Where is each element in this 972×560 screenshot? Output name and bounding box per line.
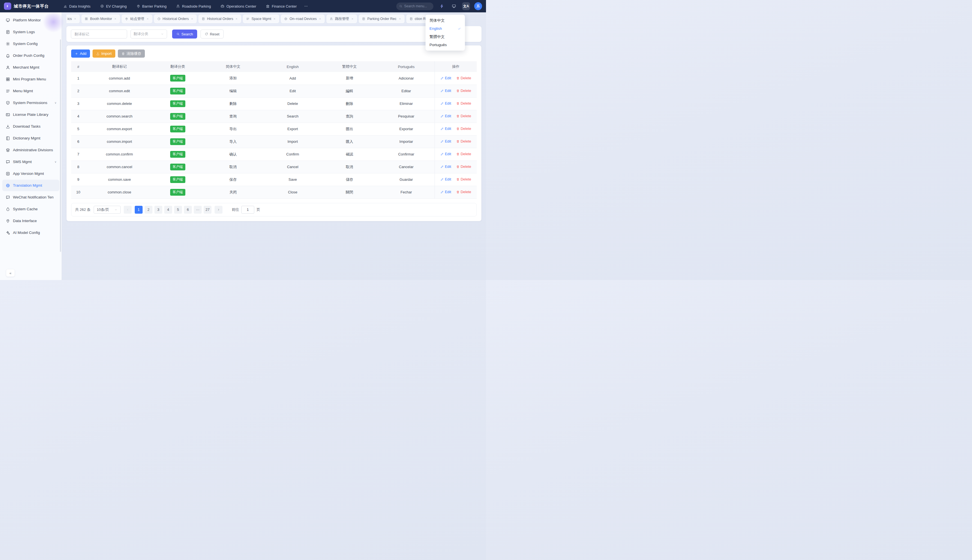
tab-close-icon[interactable] [319, 17, 321, 20]
delete-button[interactable]: Delete [456, 152, 471, 156]
page-tab[interactable]: On–road Devices [281, 15, 324, 23]
sidebar-item[interactable]: AI Model Config [2, 227, 59, 238]
page-button[interactable]: 27 [204, 206, 212, 214]
translate-icon[interactable]: 文A [462, 2, 470, 10]
topbar-menu-item[interactable]: Roadside Parking [176, 4, 211, 8]
page-button[interactable]: 3 [154, 206, 162, 214]
sidebar-item[interactable]: Data Interface [2, 215, 59, 227]
delete-button[interactable]: Delete [456, 190, 471, 194]
translation-key-input[interactable] [71, 30, 127, 38]
topbar-menu-item[interactable]: Finance Center [266, 4, 297, 8]
tab-close-icon[interactable] [399, 17, 401, 20]
page-button[interactable]: 4 [164, 206, 172, 214]
delete-button[interactable]: Delete [456, 165, 471, 169]
edit-button[interactable]: Edit [441, 177, 451, 181]
cell-key: common.delete [85, 97, 153, 110]
sidebar-item[interactable]: Translation Mgmt [2, 180, 59, 191]
wechat-notification-icon [6, 195, 10, 200]
delete-button[interactable]: Delete [456, 177, 471, 181]
page-button[interactable]: ··· [194, 206, 202, 214]
edit-button[interactable]: Edit [441, 101, 451, 105]
sidebar-item[interactable]: Dictionary Mgmt [2, 132, 59, 144]
sidebar-item[interactable]: WeChat Notification Ten [2, 192, 59, 203]
sidebar-item[interactable]: Menu Mgmt [2, 85, 59, 97]
page-button[interactable]: 2 [145, 206, 152, 214]
add-button[interactable]: Add [71, 50, 90, 58]
topbar-menu-item[interactable]: EV Charging [100, 4, 127, 8]
edit-button[interactable]: Edit [441, 152, 451, 156]
edit-button[interactable]: Edit [441, 88, 451, 93]
clear-cache-button[interactable]: 清除缓存 [118, 50, 145, 58]
tab-close-icon[interactable] [351, 17, 354, 20]
search-button[interactable]: Search [172, 30, 197, 38]
delete-button[interactable]: Delete [456, 76, 471, 80]
edit-button[interactable]: Edit [441, 127, 451, 131]
delete-button[interactable]: Delete [456, 114, 471, 118]
tab-close-icon[interactable] [191, 17, 194, 20]
tab-close-icon[interactable] [73, 17, 77, 20]
page-button[interactable]: 6 [184, 206, 192, 214]
delete-button[interactable]: Delete [456, 101, 471, 105]
sidebar-scrollbar[interactable] [60, 39, 61, 252]
delete-button[interactable]: Delete [456, 127, 471, 131]
language-option[interactable]: 简体中文 [426, 16, 465, 25]
sidebar-item[interactable]: Platform Monitor [2, 14, 59, 26]
language-option[interactable]: English [426, 25, 465, 33]
sidebar-item[interactable]: System Cache [2, 203, 59, 215]
edit-button[interactable]: Edit [441, 76, 451, 80]
next-page-button[interactable] [215, 206, 222, 214]
edit-button[interactable]: Edit [441, 190, 451, 194]
edit-button[interactable]: Edit [441, 165, 451, 169]
sidebar-item[interactable]: App Version Mgmt [2, 168, 59, 179]
sidebar-collapse-button[interactable]: « [6, 269, 15, 277]
topbar-menu-item[interactable]: Barrier Parking [136, 4, 167, 8]
sidebar-item[interactable]: Mini Program Menu [2, 73, 59, 85]
delete-button[interactable]: Delete [456, 139, 471, 143]
page-tab[interactable]: Historical Orders [154, 15, 197, 23]
sidebar-item[interactable]: Merchant Mgmt [2, 62, 59, 73]
page-tab[interactable]: ics [66, 15, 80, 23]
page-tab[interactable]: Parking Order Rec [359, 15, 404, 23]
language-option[interactable]: 繁體中文 [426, 33, 465, 41]
language-option[interactable]: Português [426, 41, 465, 49]
page-tab[interactable]: Space Mgmt [243, 15, 279, 23]
translation-category-select[interactable]: 翻译分类 [130, 30, 167, 38]
sidebar-item[interactable]: License Plate Library [2, 109, 59, 120]
sidebar-item[interactable]: Download Tasks [2, 121, 59, 132]
sidebar-item-label: Merchant Mgmt [13, 65, 39, 70]
edit-button[interactable]: Edit [441, 139, 451, 143]
pencil-icon [441, 102, 444, 105]
import-button[interactable]: Import [92, 50, 115, 58]
more-menus-button[interactable] [304, 4, 308, 8]
tab-close-icon[interactable] [235, 17, 238, 20]
goto-page-input[interactable] [241, 206, 254, 214]
sidebar-item[interactable]: System Permissions ∨ [2, 97, 59, 108]
sidebar-item[interactable]: Administrative Divisions [2, 144, 59, 156]
sidebar-item[interactable]: System Config [2, 38, 59, 50]
page-tab[interactable]: Booth Monitor [82, 15, 120, 23]
topbar-menu-item[interactable]: Operations Center [220, 4, 256, 8]
search-icon [176, 32, 180, 36]
page-tab[interactable]: 站点管理 [122, 15, 152, 23]
page-tab[interactable]: Historical Orders [199, 15, 241, 23]
page-button[interactable]: 5 [174, 206, 182, 214]
avatar[interactable]: 系 [474, 2, 482, 10]
flash-icon[interactable] [438, 2, 446, 10]
edit-button[interactable]: Edit [441, 114, 451, 118]
sidebar-item[interactable]: SMS Mgmt ∨ [2, 156, 59, 168]
cell-zh-cn: 添加 [202, 72, 264, 85]
sidebar-item[interactable]: Order Push Config [2, 50, 59, 61]
tab-close-icon[interactable] [273, 17, 276, 20]
data-screen-icon[interactable] [450, 2, 458, 10]
page-size-select[interactable]: 10条/页 [94, 206, 121, 214]
page-tab[interactable]: 路段管理 [327, 15, 357, 23]
tab-close-icon[interactable] [114, 17, 117, 20]
tab-close-icon[interactable] [146, 17, 149, 20]
page-button[interactable]: 1 [135, 206, 143, 214]
reset-button[interactable]: Reset [200, 30, 224, 38]
menu-search-input[interactable] [404, 4, 430, 8]
sidebar-item[interactable]: System Logs [2, 26, 59, 38]
delete-button[interactable]: Delete [456, 88, 471, 93]
topbar-menu-item[interactable]: Data Insights [63, 4, 90, 8]
prev-page-button[interactable] [124, 206, 132, 214]
